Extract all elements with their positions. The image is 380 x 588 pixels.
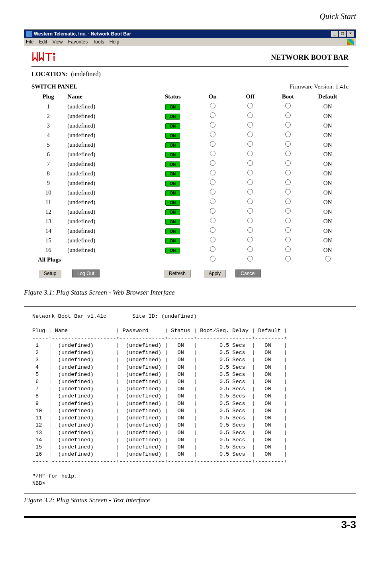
table-row: 3(undefined)ONON bbox=[31, 121, 349, 130]
radio-on[interactable] bbox=[210, 141, 215, 147]
allplugs-radio-boot[interactable] bbox=[285, 256, 291, 262]
radio-on[interactable] bbox=[210, 132, 215, 137]
radio-on[interactable] bbox=[210, 170, 215, 175]
plug-name: (undefined) bbox=[65, 188, 152, 197]
plug-name: (undefined) bbox=[65, 111, 152, 121]
apply-button[interactable]: Apply bbox=[204, 269, 226, 277]
radio-on[interactable] bbox=[210, 160, 215, 166]
radio-boot[interactable] bbox=[285, 218, 291, 223]
default-val: ON bbox=[307, 111, 349, 121]
radio-off[interactable] bbox=[247, 179, 253, 185]
menu-tools[interactable]: Tools bbox=[93, 39, 104, 45]
radio-off[interactable] bbox=[247, 237, 253, 242]
radio-on[interactable] bbox=[210, 103, 215, 108]
minimize-button[interactable]: _ bbox=[331, 31, 338, 37]
plug-num: 12 bbox=[31, 207, 65, 216]
wti-logo bbox=[31, 51, 67, 64]
textif-help: "/H" for help. bbox=[32, 473, 77, 479]
radio-off[interactable] bbox=[247, 227, 253, 233]
table-row: 2(undefined)ONON bbox=[31, 111, 349, 121]
radio-on[interactable] bbox=[210, 189, 215, 195]
allplugs-radio-default[interactable] bbox=[325, 256, 331, 262]
default-val: ON bbox=[307, 226, 349, 236]
radio-boot[interactable] bbox=[285, 179, 291, 185]
setup-button[interactable]: Setup bbox=[39, 269, 61, 277]
logout-button[interactable]: Log Out bbox=[72, 269, 100, 277]
plug-num: 13 bbox=[31, 216, 65, 226]
radio-off[interactable] bbox=[247, 141, 253, 147]
menu-view[interactable]: View bbox=[53, 39, 63, 45]
radio-boot[interactable] bbox=[285, 112, 291, 118]
radio-boot[interactable] bbox=[285, 141, 291, 147]
radio-boot[interactable] bbox=[285, 132, 291, 137]
status-badge: ON bbox=[165, 248, 180, 254]
radio-on[interactable] bbox=[210, 246, 215, 252]
plug-name: (undefined) bbox=[65, 245, 152, 255]
radio-off[interactable] bbox=[247, 160, 253, 166]
status-badge: ON bbox=[165, 161, 180, 167]
radio-off[interactable] bbox=[247, 246, 253, 252]
radio-boot[interactable] bbox=[285, 227, 291, 233]
plug-num: 15 bbox=[31, 236, 65, 245]
table-row: 12(undefined)ONON bbox=[31, 207, 349, 216]
radio-boot[interactable] bbox=[285, 151, 291, 156]
default-val: ON bbox=[307, 169, 349, 178]
radio-boot[interactable] bbox=[285, 160, 291, 166]
plug-name: (undefined) bbox=[65, 149, 152, 159]
plug-num: 8 bbox=[31, 169, 65, 178]
plug-num: 11 bbox=[31, 197, 65, 207]
refresh-button[interactable]: Refresh bbox=[164, 269, 191, 277]
radio-off[interactable] bbox=[247, 218, 253, 223]
col-boot: Boot bbox=[269, 92, 307, 102]
default-val: ON bbox=[307, 159, 349, 169]
radio-boot[interactable] bbox=[285, 199, 291, 204]
menu-edit[interactable]: Edit bbox=[39, 39, 47, 45]
menu-favorites[interactable]: Favorites bbox=[68, 39, 88, 45]
radio-on[interactable] bbox=[210, 112, 215, 118]
allplugs-radio-on[interactable] bbox=[210, 256, 215, 262]
radio-boot[interactable] bbox=[285, 189, 291, 195]
radio-on[interactable] bbox=[210, 227, 215, 233]
close-button[interactable]: × bbox=[347, 31, 354, 37]
location-label: LOCATION: bbox=[31, 71, 68, 77]
radio-off[interactable] bbox=[247, 132, 253, 137]
section-header: Quick Start bbox=[24, 12, 356, 23]
radio-on[interactable] bbox=[210, 179, 215, 185]
radio-off[interactable] bbox=[247, 199, 253, 204]
radio-on[interactable] bbox=[210, 122, 215, 128]
figure-caption-1: Figure 3.1: Plug Status Screen - Web Bro… bbox=[24, 289, 356, 297]
radio-boot[interactable] bbox=[285, 170, 291, 175]
browser-window: Western Telematic, Inc. - Network Boot B… bbox=[24, 29, 356, 286]
radio-on[interactable] bbox=[210, 237, 215, 242]
cancel-button[interactable]: Cancel bbox=[235, 269, 261, 277]
radio-on[interactable] bbox=[210, 199, 215, 204]
menu-help[interactable]: Help bbox=[110, 39, 119, 45]
maximize-button[interactable]: □ bbox=[339, 31, 346, 37]
textif-rows: 1 | (undefined) | (undefined) | ON | 0.5… bbox=[32, 342, 287, 457]
radio-off[interactable] bbox=[247, 103, 253, 108]
radio-boot[interactable] bbox=[285, 103, 291, 108]
radio-off[interactable] bbox=[247, 170, 253, 175]
page-number: 3-3 bbox=[24, 516, 356, 531]
radio-boot[interactable] bbox=[285, 246, 291, 252]
allplugs-radio-off[interactable] bbox=[247, 256, 253, 262]
radio-off[interactable] bbox=[247, 122, 253, 128]
table-row: 6(undefined)ONON bbox=[31, 149, 349, 159]
plug-num: 4 bbox=[31, 130, 65, 140]
radio-boot[interactable] bbox=[285, 237, 291, 242]
default-val: ON bbox=[307, 130, 349, 140]
radio-off[interactable] bbox=[247, 208, 253, 214]
radio-off[interactable] bbox=[247, 112, 253, 118]
menu-file[interactable]: File bbox=[26, 39, 33, 45]
radio-on[interactable] bbox=[210, 151, 215, 156]
radio-off[interactable] bbox=[247, 189, 253, 195]
table-row: 10(undefined)ONON bbox=[31, 188, 349, 197]
radio-on[interactable] bbox=[210, 208, 215, 214]
default-val: ON bbox=[307, 197, 349, 207]
radio-on[interactable] bbox=[210, 218, 215, 223]
radio-off[interactable] bbox=[247, 151, 253, 156]
radio-boot[interactable] bbox=[285, 208, 291, 214]
radio-boot[interactable] bbox=[285, 122, 291, 128]
switch-panel-label: SWITCH PANEL bbox=[31, 83, 77, 90]
text-interface-box: Network Boot Bar v1.41c Site ID: (undefi… bbox=[24, 306, 356, 494]
